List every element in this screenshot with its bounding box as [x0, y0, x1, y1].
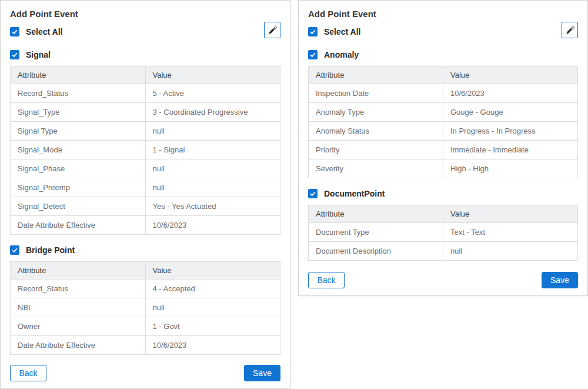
value-cell: Text - Text	[443, 223, 578, 242]
attribute-cell: Severity	[309, 159, 443, 178]
groups: Signal Attribute Value Record_Status 5 -…	[10, 48, 280, 355]
layer-group-header: Signal	[10, 48, 280, 61]
layer-label: Anomaly	[324, 50, 359, 59]
table-row: Signal_Detect Yes - Yes Actuated	[11, 197, 280, 216]
table-row: Signal_Phase null	[11, 159, 280, 178]
attribute-cell: Owner	[11, 317, 146, 336]
select-all-label: Select All	[324, 27, 361, 36]
value-cell: Immediate - Immediate	[443, 141, 578, 159]
layer-label: DocumentPoint	[324, 189, 385, 198]
select-all-row: Select All	[308, 24, 578, 39]
attribute-column-header: Attribute	[309, 67, 443, 84]
value-column-header: Value	[145, 262, 280, 280]
value-cell: 10/6/2023	[443, 84, 578, 103]
value-column-header: Value	[443, 205, 578, 223]
value-cell: Yes - Yes Actuated	[145, 197, 280, 216]
attributes-table: Attribute Value Record_Status 4 - Accept…	[10, 261, 280, 355]
attribute-cell: Signal Type	[11, 122, 146, 141]
attribute-cell: Anomaly Status	[309, 122, 443, 141]
back-button[interactable]: Back	[10, 365, 46, 381]
attribute-cell: Inspection Date	[309, 84, 443, 103]
layer-checkbox[interactable]	[308, 189, 318, 198]
table-row: NBI null	[11, 298, 280, 317]
table-row: Signal_Mode 1 - Signal	[11, 141, 280, 159]
layer-checkbox[interactable]	[10, 245, 19, 255]
eyedropper-button[interactable]	[562, 22, 578, 38]
attribute-cell: Signal_Preemp	[11, 178, 146, 197]
save-button[interactable]: Save	[542, 272, 578, 288]
panel-footer: Back Save	[308, 272, 578, 288]
select-all-row: Select All	[10, 24, 280, 39]
back-button[interactable]: Back	[308, 272, 345, 288]
attribute-cell: Signal_Type	[11, 103, 146, 122]
page-title: Add Point Event	[10, 9, 280, 19]
add-point-event-panel: Add Point Event Select All	[0, 0, 290, 389]
layer-group: DocumentPoint Attribute Value Document T…	[308, 187, 578, 261]
attribute-cell: Document Description	[309, 242, 443, 261]
attribute-cell: Record_Status	[11, 280, 146, 298]
checkmark-icon	[11, 51, 18, 58]
panel-footer: Back Save	[10, 365, 280, 381]
select-all-checkbox[interactable]	[308, 27, 318, 36]
checkmark-icon	[309, 190, 316, 197]
value-column-header: Value	[145, 67, 280, 84]
table-row: Owner 1 - Govt	[11, 317, 280, 336]
checkmark-icon	[11, 28, 18, 35]
attribute-cell: Date Attribute Effective	[11, 216, 146, 235]
eyedropper-button[interactable]	[264, 22, 280, 38]
eyedropper-icon	[268, 25, 278, 35]
value-cell: 1 - Signal	[145, 141, 280, 159]
table-row: Signal Type null	[11, 122, 280, 141]
layer-checkbox[interactable]	[10, 50, 19, 59]
save-button[interactable]: Save	[244, 365, 280, 381]
attribute-cell: NBI	[11, 298, 146, 317]
value-cell: Gouge - Gouge	[443, 103, 578, 122]
table-header-row: Attribute Value	[309, 205, 578, 223]
checkmark-icon	[309, 28, 316, 35]
attribute-column-header: Attribute	[11, 262, 146, 280]
attributes-table: Attribute Value Document Type Text - Tex…	[308, 205, 578, 261]
layer-group-header: DocumentPoint	[308, 187, 578, 200]
attribute-cell: Priority	[309, 141, 443, 159]
table-row: Signal_Type 3 - Coordinated Progressive	[11, 103, 280, 122]
attribute-cell: Record_Status	[11, 84, 146, 103]
table-row: Anomaly Status In Progress - In Progress	[309, 122, 578, 141]
eyedropper-icon	[565, 25, 575, 35]
attribute-cell: Date Attribute Effective	[11, 336, 146, 355]
select-all-checkbox[interactable]	[10, 27, 19, 36]
attribute-cell: Anomaly Type	[309, 103, 443, 122]
layer-label: Bridge Point	[26, 245, 75, 255]
layer-group: Anomaly Attribute Value Inspection Date …	[308, 48, 578, 178]
table-row: Signal_Preemp null	[11, 178, 280, 197]
attribute-column-header: Attribute	[11, 67, 146, 84]
checkmark-icon	[11, 247, 18, 254]
layer-checkbox[interactable]	[308, 50, 318, 59]
groups: Anomaly Attribute Value Inspection Date …	[308, 48, 578, 261]
value-cell: 4 - Accepted	[145, 280, 280, 298]
attribute-cell: Signal_Mode	[11, 141, 146, 159]
value-cell: null	[145, 298, 280, 317]
value-cell: 3 - Coordinated Progressive	[145, 103, 280, 122]
attributes-table: Attribute Value Inspection Date 10/6/202…	[308, 66, 578, 178]
attribute-cell: Signal_Detect	[11, 197, 146, 216]
layer-group: Bridge Point Attribute Value Record_Stat…	[10, 244, 280, 355]
layer-label: Signal	[26, 50, 51, 59]
table-row: Severity High - High	[309, 159, 578, 178]
table-row: Document Description null	[309, 242, 578, 261]
select-all-label: Select All	[26, 27, 63, 36]
value-cell: null	[145, 178, 280, 197]
table-row: Date Attribute Effective 10/6/2023	[11, 216, 280, 235]
table-header-row: Attribute Value	[11, 67, 280, 84]
attributes-table: Attribute Value Record_Status 5 - Active…	[10, 66, 280, 235]
value-cell: 1 - Govt	[145, 317, 280, 336]
attribute-cell: Document Type	[309, 223, 443, 242]
attribute-cell: Signal_Phase	[11, 159, 146, 178]
table-row: Priority Immediate - Immediate	[309, 141, 578, 159]
value-cell: 10/6/2023	[145, 216, 280, 235]
table-header-row: Attribute Value	[309, 67, 578, 84]
table-row: Document Type Text - Text	[309, 223, 578, 242]
value-cell: null	[443, 242, 578, 261]
page-title: Add Point Event	[308, 9, 578, 19]
layer-group-header: Anomaly	[308, 48, 578, 61]
table-row: Record_Status 5 - Active	[11, 84, 280, 103]
